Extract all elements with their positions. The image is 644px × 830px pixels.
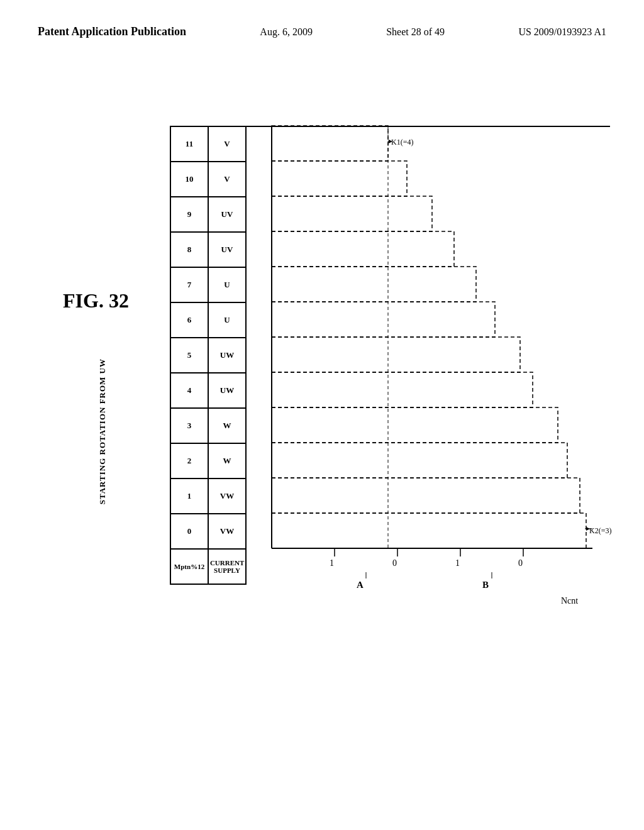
svg-text:0: 0 (392, 558, 397, 568)
figure-label: FIG. 32 (63, 289, 129, 313)
cell-supply-4: UW (209, 374, 247, 409)
cell-mptn-7: 7 (171, 268, 209, 303)
staircase-chart: 1 0 1 0 A B Ncnt K1(=4) K2(=3) (272, 126, 605, 629)
diagram-container: 11 V 10 V 9 UV 8 UV 7 U 6 U 5 UW 4 UW 3 … (170, 126, 610, 616)
cell-supply-0: VW (209, 514, 247, 550)
publication-title: Patent Application Publication (38, 25, 186, 38)
cell-mptn-10: 10 (171, 162, 209, 197)
cell-mptn-5: 5 (171, 338, 209, 374)
svg-rect-3 (272, 231, 454, 267)
svg-rect-5 (272, 302, 495, 337)
svg-text:K2(=3): K2(=3) (589, 526, 611, 535)
svg-text:1: 1 (330, 558, 334, 568)
svg-rect-9 (272, 443, 567, 478)
cell-supply-6: U (209, 303, 247, 338)
svg-rect-2 (272, 196, 432, 231)
svg-rect-0 (272, 126, 388, 161)
svg-rect-6 (272, 337, 520, 372)
cell-supply-7: U (209, 268, 247, 303)
svg-rect-8 (272, 407, 558, 443)
patent-number: US 2009/0193923 A1 (518, 26, 606, 38)
cell-supply-2: W (209, 444, 247, 479)
rotation-label: STARTING ROTATION FROM UW (97, 358, 108, 504)
cell-mptn-4: 4 (171, 374, 209, 409)
cell-supply-8: UV (209, 233, 247, 268)
cell-mptn-3: 3 (171, 409, 209, 444)
cell-header-mptn: Mptn%12 (171, 550, 209, 585)
cell-supply-3: W (209, 409, 247, 444)
svg-rect-11 (272, 513, 586, 548)
cell-supply-9: UV (209, 197, 247, 233)
publication-date: Aug. 6, 2009 (260, 26, 313, 38)
page-header: Patent Application Publication Aug. 6, 2… (0, 0, 644, 38)
cell-header-supply: CURRENT SUPPLY (209, 550, 247, 585)
svg-rect-1 (272, 161, 407, 196)
cell-mptn-1: 1 (171, 479, 209, 514)
svg-rect-10 (272, 478, 580, 513)
cell-mptn-2: 2 (171, 444, 209, 479)
svg-rect-7 (272, 372, 533, 407)
cell-supply-5: UW (209, 338, 247, 374)
cell-mptn-8: 8 (171, 233, 209, 268)
sheet-info: Sheet 28 of 49 (386, 26, 445, 38)
cell-supply-1: VW (209, 479, 247, 514)
svg-text:K1(=4): K1(=4) (391, 138, 413, 147)
cell-mptn-9: 9 (171, 197, 209, 233)
cell-mptn-0: 0 (171, 514, 209, 550)
svg-text:Ncnt: Ncnt (561, 596, 578, 606)
chart-area: 1 0 1 0 A B Ncnt K1(=4) K2(=3) (272, 126, 605, 597)
svg-text:A: A (357, 580, 364, 590)
svg-text:B: B (482, 580, 489, 590)
cell-supply-11: V (209, 127, 247, 162)
svg-text:0: 0 (518, 558, 523, 568)
cell-supply-10: V (209, 162, 247, 197)
svg-rect-4 (272, 267, 476, 302)
cell-mptn-11: 11 (171, 127, 209, 162)
cell-mptn-6: 6 (171, 303, 209, 338)
svg-text:1: 1 (455, 558, 460, 568)
